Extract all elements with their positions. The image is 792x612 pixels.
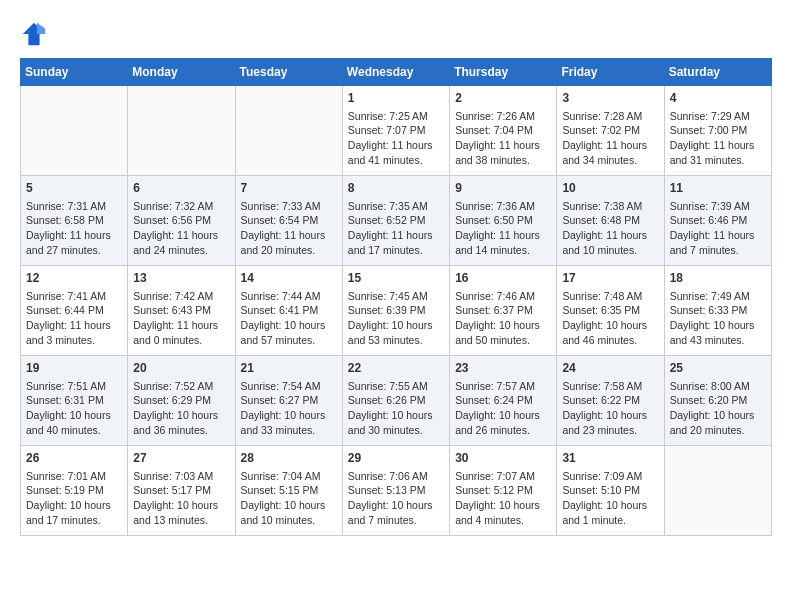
- day-number: 14: [241, 270, 337, 287]
- day-info: Sunset: 6:41 PM: [241, 303, 337, 318]
- calendar-cell: 29Sunrise: 7:06 AMSunset: 5:13 PMDayligh…: [342, 446, 449, 536]
- day-number: 27: [133, 450, 229, 467]
- day-number: 6: [133, 180, 229, 197]
- day-number: 1: [348, 90, 444, 107]
- page-header: [20, 20, 772, 48]
- calendar-cell: 16Sunrise: 7:46 AMSunset: 6:37 PMDayligh…: [450, 266, 557, 356]
- day-info: Sunrise: 7:32 AM: [133, 199, 229, 214]
- day-info: Sunset: 6:39 PM: [348, 303, 444, 318]
- day-number: 31: [562, 450, 658, 467]
- calendar-cell: 2Sunrise: 7:26 AMSunset: 7:04 PMDaylight…: [450, 86, 557, 176]
- calendar-cell: 14Sunrise: 7:44 AMSunset: 6:41 PMDayligh…: [235, 266, 342, 356]
- calendar-cell: 20Sunrise: 7:52 AMSunset: 6:29 PMDayligh…: [128, 356, 235, 446]
- day-number: 26: [26, 450, 122, 467]
- calendar-cell: 19Sunrise: 7:51 AMSunset: 6:31 PMDayligh…: [21, 356, 128, 446]
- day-info: Sunrise: 7:33 AM: [241, 199, 337, 214]
- logo-icon: [20, 20, 48, 48]
- calendar-cell: 22Sunrise: 7:55 AMSunset: 6:26 PMDayligh…: [342, 356, 449, 446]
- day-info: Daylight: 10 hours and 20 minutes.: [670, 408, 766, 437]
- day-info: Sunrise: 7:41 AM: [26, 289, 122, 304]
- day-info: Sunset: 6:22 PM: [562, 393, 658, 408]
- day-info: Sunrise: 7:36 AM: [455, 199, 551, 214]
- calendar-cell: 23Sunrise: 7:57 AMSunset: 6:24 PMDayligh…: [450, 356, 557, 446]
- calendar-cell: 26Sunrise: 7:01 AMSunset: 5:19 PMDayligh…: [21, 446, 128, 536]
- day-number: 29: [348, 450, 444, 467]
- day-info: Daylight: 11 hours and 38 minutes.: [455, 138, 551, 167]
- day-info: Daylight: 10 hours and 40 minutes.: [26, 408, 122, 437]
- day-info: Daylight: 10 hours and 46 minutes.: [562, 318, 658, 347]
- day-number: 12: [26, 270, 122, 287]
- calendar-week-row: 19Sunrise: 7:51 AMSunset: 6:31 PMDayligh…: [21, 356, 772, 446]
- day-info: Daylight: 10 hours and 26 minutes.: [455, 408, 551, 437]
- day-info: Daylight: 11 hours and 3 minutes.: [26, 318, 122, 347]
- day-info: Sunrise: 7:39 AM: [670, 199, 766, 214]
- calendar-cell: 15Sunrise: 7:45 AMSunset: 6:39 PMDayligh…: [342, 266, 449, 356]
- day-info: Daylight: 11 hours and 0 minutes.: [133, 318, 229, 347]
- day-info: Sunrise: 7:35 AM: [348, 199, 444, 214]
- day-info: Sunrise: 7:38 AM: [562, 199, 658, 214]
- calendar-cell: 24Sunrise: 7:58 AMSunset: 6:22 PMDayligh…: [557, 356, 664, 446]
- calendar-cell: 11Sunrise: 7:39 AMSunset: 6:46 PMDayligh…: [664, 176, 771, 266]
- day-info: Sunset: 6:52 PM: [348, 213, 444, 228]
- day-info: Sunrise: 7:03 AM: [133, 469, 229, 484]
- day-number: 24: [562, 360, 658, 377]
- weekday-header-wednesday: Wednesday: [342, 59, 449, 86]
- day-info: Sunrise: 7:58 AM: [562, 379, 658, 394]
- day-info: Sunset: 6:27 PM: [241, 393, 337, 408]
- day-number: 8: [348, 180, 444, 197]
- calendar-cell: 13Sunrise: 7:42 AMSunset: 6:43 PMDayligh…: [128, 266, 235, 356]
- day-number: 22: [348, 360, 444, 377]
- day-info: Daylight: 11 hours and 24 minutes.: [133, 228, 229, 257]
- day-info: Sunrise: 7:52 AM: [133, 379, 229, 394]
- calendar-cell: 12Sunrise: 7:41 AMSunset: 6:44 PMDayligh…: [21, 266, 128, 356]
- day-info: Daylight: 11 hours and 7 minutes.: [670, 228, 766, 257]
- day-info: Daylight: 10 hours and 57 minutes.: [241, 318, 337, 347]
- day-info: Daylight: 11 hours and 20 minutes.: [241, 228, 337, 257]
- day-number: 17: [562, 270, 658, 287]
- day-info: Sunset: 7:04 PM: [455, 123, 551, 138]
- day-info: Daylight: 10 hours and 10 minutes.: [241, 498, 337, 527]
- day-info: Sunset: 6:20 PM: [670, 393, 766, 408]
- day-info: Sunrise: 7:09 AM: [562, 469, 658, 484]
- day-info: Sunrise: 7:01 AM: [26, 469, 122, 484]
- day-number: 5: [26, 180, 122, 197]
- day-info: Sunrise: 7:49 AM: [670, 289, 766, 304]
- calendar-cell: 27Sunrise: 7:03 AMSunset: 5:17 PMDayligh…: [128, 446, 235, 536]
- day-number: 20: [133, 360, 229, 377]
- day-info: Daylight: 10 hours and 33 minutes.: [241, 408, 337, 437]
- day-info: Sunrise: 7:26 AM: [455, 109, 551, 124]
- calendar-cell: [664, 446, 771, 536]
- day-info: Sunset: 6:50 PM: [455, 213, 551, 228]
- day-info: Sunset: 6:44 PM: [26, 303, 122, 318]
- day-number: 11: [670, 180, 766, 197]
- day-number: 2: [455, 90, 551, 107]
- day-info: Daylight: 11 hours and 41 minutes.: [348, 138, 444, 167]
- day-info: Sunrise: 7:07 AM: [455, 469, 551, 484]
- calendar-cell: [235, 86, 342, 176]
- calendar-cell: 28Sunrise: 7:04 AMSunset: 5:15 PMDayligh…: [235, 446, 342, 536]
- day-info: Sunset: 6:24 PM: [455, 393, 551, 408]
- day-number: 9: [455, 180, 551, 197]
- day-number: 15: [348, 270, 444, 287]
- calendar-cell: 25Sunrise: 8:00 AMSunset: 6:20 PMDayligh…: [664, 356, 771, 446]
- day-info: Sunset: 6:37 PM: [455, 303, 551, 318]
- calendar-cell: 6Sunrise: 7:32 AMSunset: 6:56 PMDaylight…: [128, 176, 235, 266]
- day-info: Sunrise: 7:54 AM: [241, 379, 337, 394]
- day-info: Sunrise: 7:46 AM: [455, 289, 551, 304]
- day-info: Daylight: 10 hours and 7 minutes.: [348, 498, 444, 527]
- day-info: Sunset: 5:19 PM: [26, 483, 122, 498]
- day-info: Sunrise: 7:28 AM: [562, 109, 658, 124]
- day-number: 3: [562, 90, 658, 107]
- day-info: Sunrise: 7:29 AM: [670, 109, 766, 124]
- day-info: Daylight: 10 hours and 53 minutes.: [348, 318, 444, 347]
- day-info: Sunset: 5:13 PM: [348, 483, 444, 498]
- calendar-week-row: 5Sunrise: 7:31 AMSunset: 6:58 PMDaylight…: [21, 176, 772, 266]
- day-info: Sunset: 7:00 PM: [670, 123, 766, 138]
- calendar-cell: [128, 86, 235, 176]
- day-info: Daylight: 10 hours and 1 minute.: [562, 498, 658, 527]
- day-info: Sunset: 7:02 PM: [562, 123, 658, 138]
- day-info: Daylight: 10 hours and 4 minutes.: [455, 498, 551, 527]
- day-number: 23: [455, 360, 551, 377]
- day-info: Sunset: 6:35 PM: [562, 303, 658, 318]
- calendar-cell: 7Sunrise: 7:33 AMSunset: 6:54 PMDaylight…: [235, 176, 342, 266]
